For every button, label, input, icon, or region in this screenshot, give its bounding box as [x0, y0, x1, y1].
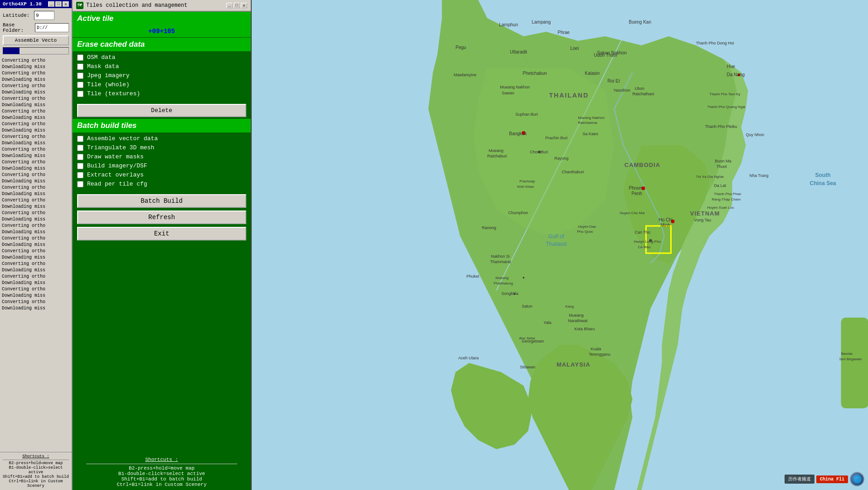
log-line: Converting ortho: [2, 210, 70, 216]
log-line: Converting ortho: [2, 197, 70, 204]
tiles-minimize-btn[interactable]: _: [226, 3, 233, 8]
svg-text:Suphan Buri: Suphan Buri: [516, 112, 538, 117]
svg-text:Bandar: Bandar: [841, 352, 853, 356]
log-line: Converting ortho: [2, 185, 70, 191]
extract-overlays-label: Extract overlays: [87, 172, 144, 178]
exit-button[interactable]: Exit: [77, 227, 246, 240]
svg-text:Yala: Yala: [544, 320, 551, 325]
mask-data-checkbox[interactable]: [77, 64, 83, 70]
tile-textures-checkbox[interactable]: [77, 91, 83, 97]
minimize-btn[interactable]: _: [48, 1, 54, 7]
map-svg: THAILAND CAMBODIA VIETNAM MALAYSIA South…: [252, 0, 868, 490]
log-line: Downloading miss: [2, 153, 70, 159]
svg-text:Thailand: Thailand: [546, 241, 566, 247]
log-line: Converting ortho: [2, 134, 70, 140]
svg-text:Thuot: Thuot: [717, 164, 727, 169]
water-masks-checkbox[interactable]: [77, 154, 83, 160]
base-folder-input[interactable]: [35, 23, 69, 32]
log-line: Converting ortho: [2, 248, 70, 255]
progress-bar: [3, 47, 69, 54]
svg-text:Kang: Kang: [566, 304, 574, 309]
log-line: Converting ortho: [2, 159, 70, 166]
svg-point-11: [523, 277, 525, 279]
shortcut-ctrl: Ctrl+B1=link in Custom Scenery: [3, 479, 69, 488]
svg-text:Kuala: Kuala: [591, 347, 601, 351]
maximize-btn[interactable]: □: [55, 1, 62, 7]
extract-overlays-checkbox[interactable]: [77, 172, 83, 178]
svg-text:Bueng Kan: Bueng Kan: [629, 20, 652, 24]
svg-text:Da Nang: Da Nang: [727, 72, 745, 77]
assemble-vector-checkbox[interactable]: [77, 136, 83, 142]
log-line: Converting ortho: [2, 96, 70, 102]
log-line: Downloading miss: [2, 77, 70, 83]
svg-text:Kota Bharu: Kota Bharu: [575, 327, 595, 331]
delete-button[interactable]: Delete: [77, 104, 246, 117]
svg-text:Phatthalung: Phatthalung: [494, 281, 513, 285]
jpeg-imagery-checkbox[interactable]: [77, 73, 83, 79]
svg-text:Rang-Thap Cham: Rang-Thap Cham: [712, 197, 741, 201]
refresh-button[interactable]: Refresh: [77, 211, 246, 224]
build-dsf-checkbox[interactable]: [77, 163, 83, 169]
svg-text:Mueang: Mueang: [569, 313, 584, 318]
build-dsf-label: Build imagery/DSF: [87, 162, 147, 169]
svg-text:Huyen Xuan Loc: Huyen Xuan Loc: [707, 206, 734, 210]
svg-text:Aceh Utara: Aceh Utara: [458, 356, 479, 360]
log-line: Downloading miss: [2, 242, 70, 248]
watermark: 历作者频道 China Fli 🌐: [785, 472, 864, 486]
close-btn[interactable]: ✕: [63, 1, 69, 7]
svg-text:Nakhon Si: Nakhon Si: [491, 254, 510, 259]
osm-data-checkbox[interactable]: [77, 54, 83, 61]
active-tile-value: +09+105: [73, 25, 251, 38]
base-folder-label: Base Folder:: [3, 22, 33, 33]
triangulate-checkbox[interactable]: [77, 145, 83, 151]
log-line: Converting ortho: [2, 58, 70, 64]
watermark-text2: China Fli: [816, 475, 848, 483]
svg-text:Ratchasima: Ratchasima: [578, 121, 598, 125]
log-line: Converting ortho: [2, 121, 70, 127]
svg-text:Thanh Pho Dong Hoi: Thanh Pho Dong Hoi: [696, 41, 734, 45]
svg-text:Terengganu: Terengganu: [589, 352, 611, 357]
tiles-close-btn[interactable]: ✕: [241, 3, 247, 8]
shortcut-b1: B1-double-click=select active: [3, 466, 69, 475]
batch-build-button[interactable]: Batch Build: [77, 194, 246, 208]
app-title-bar: Ortho4XP 1.30 _ □ ✕: [0, 0, 72, 8]
tiles-shortcuts: Shortcuts : B2-press+hold=move map B1-do…: [73, 454, 251, 490]
svg-text:Mueang Nakhon: Mueang Nakhon: [500, 85, 530, 89]
batch-header: Batch build tiles: [73, 119, 251, 132]
svg-text:Ranong: Ranong: [482, 225, 497, 230]
shortcut-b1-tiles: B1-double-click=select active: [77, 471, 246, 476]
globe-icon: 🌐: [850, 472, 864, 486]
svg-text:Georgetown: Georgetown: [522, 339, 544, 343]
svg-text:Ratchathani: Ratchathani: [633, 92, 654, 96]
svg-text:Lamphun: Lamphun: [499, 22, 518, 27]
tile-textures-label: Tile (textures): [87, 90, 140, 97]
svg-text:Nha Trang: Nha Trang: [750, 173, 769, 178]
log-line: Downloading miss: [2, 293, 70, 299]
svg-text:Kalasin: Kalasin: [585, 71, 600, 76]
svg-text:Gulf of: Gulf of: [548, 233, 565, 240]
assemble-vector-button[interactable]: Assemble Vecto: [3, 35, 69, 45]
svg-text:Hue: Hue: [727, 64, 736, 69]
mask-data-label: Mask data: [87, 63, 119, 70]
tile-whole-checkbox[interactable]: [77, 82, 83, 88]
log-line: Converting ortho: [2, 274, 70, 280]
map-area[interactable]: THAILAND CAMBODIA VIETNAM MALAYSIA South…: [252, 0, 868, 490]
svg-text:Huyen Dao: Huyen Dao: [578, 225, 597, 229]
svg-text:Thanh Pho Phan: Thanh Pho Phan: [714, 192, 741, 196]
svg-text:Ubon: Ubon: [635, 86, 645, 91]
svg-text:Chumphon: Chumphon: [508, 211, 528, 215]
latitude-input[interactable]: [34, 11, 54, 20]
erase-header: Erase cached data: [73, 38, 251, 51]
svg-text:Quy Nhon: Quy Nhon: [746, 132, 765, 137]
svg-text:Udon Thani: Udon Thani: [594, 53, 618, 58]
tiles-title: Tiles collection and management: [86, 2, 187, 9]
log-line: Converting ortho: [2, 299, 70, 305]
svg-text:CAMBODIA: CAMBODIA: [624, 162, 661, 168]
svg-text:Can Tho: Can Tho: [635, 230, 650, 235]
tiles-maximize-btn[interactable]: □: [234, 3, 240, 8]
shortcuts-area: Shortcuts : B2-press+hold=move map B1-do…: [0, 452, 72, 490]
log-line: Downloading miss: [2, 216, 70, 223]
jpeg-imagery-label: Jpeg imagery: [87, 72, 130, 79]
log-line: Downloading miss: [2, 191, 70, 197]
read-per-tile-checkbox[interactable]: [77, 181, 83, 187]
